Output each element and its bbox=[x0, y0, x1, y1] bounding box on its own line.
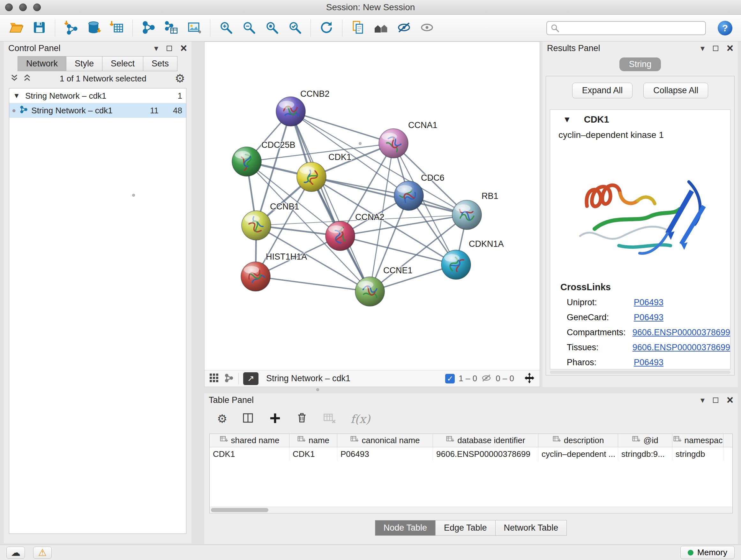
node-HIST1H1A[interactable] bbox=[241, 262, 270, 291]
import-network-file-button[interactable] bbox=[60, 17, 81, 39]
column-header-namespac[interactable]: namespac bbox=[672, 434, 724, 447]
node-CDC25B[interactable] bbox=[232, 147, 261, 176]
node-CCNA1[interactable] bbox=[379, 129, 408, 158]
close-panel-icon[interactable]: × bbox=[727, 394, 733, 406]
zoom-in-button[interactable] bbox=[215, 17, 237, 39]
zoom-selected-button[interactable] bbox=[284, 17, 306, 39]
tab-sets[interactable]: Sets bbox=[143, 56, 178, 71]
panel-menu-icon[interactable]: ▾ bbox=[700, 44, 704, 53]
memory-button[interactable]: Memory bbox=[680, 546, 735, 559]
close-panel-icon[interactable]: × bbox=[727, 43, 733, 54]
tab-style[interactable]: Style bbox=[66, 56, 103, 71]
table-cell[interactable]: stringdb bbox=[672, 447, 724, 461]
expand-all-button[interactable]: Expand All bbox=[572, 83, 633, 98]
table-row[interactable]: CDK1CDK1P064939606.ENSP00000378699cyclin… bbox=[210, 447, 732, 461]
edge-CCNB2-CCNA1[interactable] bbox=[291, 111, 394, 143]
results-scrollbar[interactable] bbox=[550, 371, 731, 374]
pharos-link[interactable]: P06493 bbox=[634, 358, 664, 368]
import-network-database-button[interactable] bbox=[83, 17, 105, 39]
column-header--id[interactable]: @id bbox=[618, 434, 672, 447]
edge-CDC6-CCNE1[interactable] bbox=[370, 196, 409, 292]
delete-column-icon[interactable] bbox=[295, 412, 308, 426]
column-header-shared-name[interactable]: shared name bbox=[210, 434, 289, 447]
pan-icon[interactable] bbox=[524, 372, 535, 385]
close-panel-icon[interactable]: × bbox=[180, 43, 187, 54]
network-row-selected[interactable]: ● String Network – cdk1 11 48 bbox=[9, 103, 186, 118]
table-horizontal-scrollbar[interactable] bbox=[210, 507, 732, 513]
birdseye-button[interactable] bbox=[370, 17, 392, 39]
clipboard-button[interactable] bbox=[347, 17, 368, 39]
table-cell[interactable]: stringdb:9... bbox=[618, 447, 672, 461]
column-header-description[interactable]: description bbox=[538, 434, 618, 447]
refresh-layout-button[interactable] bbox=[316, 17, 337, 39]
tab-string[interactable]: String bbox=[619, 57, 661, 71]
collapse-all-icon[interactable] bbox=[10, 74, 18, 83]
edge-CCNB2-CCNE1[interactable] bbox=[291, 111, 370, 292]
splitter-handle[interactable] bbox=[132, 194, 135, 197]
scrollbar-thumb[interactable] bbox=[211, 508, 268, 512]
edge-CCNE1-HIST1H1A[interactable] bbox=[256, 276, 370, 292]
hide-graphics-details-button[interactable] bbox=[394, 17, 414, 39]
splitter-handle[interactable] bbox=[316, 388, 319, 391]
network-collection-row[interactable]: ▼ String Network – cdk1 1 bbox=[9, 88, 186, 103]
tab-select[interactable]: Select bbox=[102, 56, 143, 71]
save-session-button[interactable] bbox=[29, 17, 50, 39]
float-panel-icon[interactable] bbox=[713, 397, 718, 403]
tab-network-table[interactable]: Network Table bbox=[495, 520, 567, 536]
float-panel-icon[interactable] bbox=[713, 46, 718, 51]
table-cell[interactable]: P06493 bbox=[337, 447, 433, 461]
disclosure-triangle-icon[interactable]: ▼ bbox=[13, 91, 22, 100]
zoom-out-button[interactable] bbox=[239, 17, 259, 39]
import-table-button[interactable] bbox=[106, 17, 127, 39]
node-CDK1[interactable] bbox=[297, 162, 326, 192]
tab-node-table[interactable]: Node Table bbox=[375, 520, 435, 536]
tab-network[interactable]: Network bbox=[17, 56, 66, 71]
table-cell[interactable]: CDK1 bbox=[210, 447, 289, 461]
open-in-window-button[interactable]: ↗ bbox=[243, 372, 259, 385]
share-network-icon[interactable] bbox=[224, 373, 234, 384]
node-CCNB2[interactable] bbox=[276, 97, 306, 126]
column-header-name[interactable]: name bbox=[289, 434, 337, 447]
tab-edge-table[interactable]: Edge Table bbox=[435, 520, 495, 536]
show-graphics-details-button[interactable] bbox=[416, 17, 437, 39]
gear-icon[interactable]: ⚙ bbox=[175, 73, 185, 84]
grid-icon[interactable] bbox=[209, 373, 219, 384]
function-builder-icon[interactable]: f(x) bbox=[350, 413, 370, 426]
table-cell[interactable]: 9606.ENSP00000378699 bbox=[433, 447, 538, 461]
new-network-button[interactable] bbox=[138, 17, 159, 39]
panel-menu-icon[interactable]: ▾ bbox=[154, 44, 158, 53]
node-CCNB1[interactable] bbox=[242, 211, 271, 240]
gene-disclosure-icon[interactable]: ▼ bbox=[563, 115, 571, 125]
table-cell[interactable]: CDK1 bbox=[289, 447, 337, 461]
table-cell[interactable]: cyclin–dependent ... bbox=[538, 447, 618, 461]
column-header-database-identifier[interactable]: database identifier bbox=[433, 434, 538, 447]
search-input[interactable] bbox=[546, 21, 706, 35]
node-CDC6[interactable] bbox=[394, 181, 423, 210]
expand-all-icon[interactable] bbox=[23, 74, 31, 83]
compartments-link[interactable]: 9606.ENSP00000378699 bbox=[632, 327, 730, 337]
node-CDKN1A[interactable] bbox=[441, 250, 471, 279]
network-table-button[interactable] bbox=[161, 17, 182, 39]
column-header-canonical-name[interactable]: canonical name bbox=[337, 434, 433, 447]
help-button[interactable]: ? bbox=[717, 20, 733, 37]
node-CCNA2[interactable] bbox=[326, 221, 355, 251]
selected-checkbox-icon[interactable]: ✓ bbox=[445, 374, 455, 383]
float-panel-icon[interactable] bbox=[166, 46, 172, 51]
cloud-button[interactable]: ☁ bbox=[6, 547, 25, 559]
table-options-gear-icon[interactable]: ⚙ bbox=[217, 413, 227, 425]
network-canvas[interactable]: CCNB2CCNA1CDC25BCDK1CDC6RB1CCNB1CCNA2CDK… bbox=[205, 42, 540, 370]
tissues-link[interactable]: 9606.ENSP00000378699 bbox=[632, 343, 730, 353]
collapse-all-button[interactable]: Collapse All bbox=[643, 83, 708, 98]
show-columns-icon[interactable] bbox=[241, 412, 255, 426]
node-RB1[interactable] bbox=[452, 200, 482, 230]
export-image-button[interactable] bbox=[184, 17, 205, 39]
panel-menu-icon[interactable]: ▾ bbox=[700, 395, 704, 405]
warnings-button[interactable]: ⚠ bbox=[33, 547, 52, 559]
uniprot-link[interactable]: P06493 bbox=[634, 298, 664, 307]
genecard-link[interactable]: P06493 bbox=[634, 313, 664, 322]
add-column-icon[interactable] bbox=[269, 412, 281, 426]
node-CCNE1[interactable] bbox=[355, 277, 385, 306]
open-session-button[interactable] bbox=[6, 17, 27, 39]
splitter-handle[interactable] bbox=[359, 142, 361, 145]
zoom-fit-button[interactable] bbox=[261, 17, 282, 39]
